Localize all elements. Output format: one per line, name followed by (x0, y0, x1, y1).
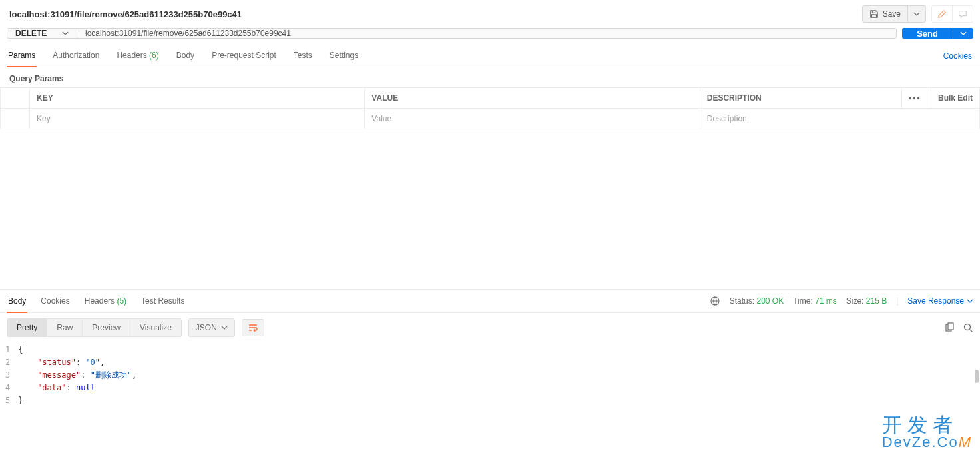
tab-authorization[interactable]: Authorization (51, 45, 101, 67)
send-group: Send (902, 28, 973, 39)
send-dropdown[interactable] (953, 28, 973, 39)
status-value: 200 OK (756, 296, 784, 306)
time-block: Time: 71 ms (793, 296, 837, 306)
format-label: JSON (196, 323, 217, 332)
search-button[interactable] (963, 322, 973, 333)
col-checkbox (1, 88, 30, 109)
code-gutter: 1 2 3 4 5 (5, 344, 18, 407)
res-headers-label: Headers (85, 296, 115, 306)
response-body-code[interactable]: 1 2 3 4 5 { "status": "0", "message": "删… (0, 342, 980, 407)
chevron-down-icon (221, 324, 228, 331)
chevron-down-icon (960, 30, 967, 37)
comment-icon (958, 9, 967, 19)
search-icon (963, 322, 973, 333)
pencil-icon (937, 9, 947, 19)
status-block: Status: 200 OK (730, 296, 784, 306)
size-block: Size: 215 B (846, 296, 887, 306)
url-input[interactable] (77, 29, 896, 38)
extra-actions (931, 5, 973, 23)
table-row (1, 109, 980, 129)
view-visualize[interactable]: Visualize (130, 319, 181, 336)
code-content: { "status": "0", "message": "删除成功", "dat… (18, 344, 136, 407)
copy-button[interactable] (944, 322, 955, 333)
res-tab-testresults[interactable]: Test Results (140, 290, 186, 312)
view-preview[interactable]: Preview (82, 319, 130, 336)
col-more[interactable]: ••• (901, 88, 931, 109)
body-right-icons (944, 322, 973, 333)
tab-tests[interactable]: Tests (292, 45, 314, 67)
request-title: localhost:31091/file/remove/625ad611233d… (7, 9, 242, 19)
size-value: 215 B (866, 296, 887, 306)
wrap-icon (248, 322, 258, 333)
row-checkbox-cell[interactable] (1, 109, 30, 129)
edit-button[interactable] (932, 6, 952, 22)
globe-icon[interactable] (710, 296, 720, 306)
save-dropdown[interactable] (907, 6, 925, 22)
bulk-edit-link[interactable]: Bulk Edit (931, 88, 979, 109)
response-tabs: Body Cookies Headers (5) Test Results (7, 290, 186, 312)
value-input[interactable] (371, 114, 692, 123)
params-table: KEY VALUE DESCRIPTION ••• Bulk Edit (0, 87, 980, 129)
copy-icon (944, 322, 955, 333)
key-input[interactable] (37, 114, 358, 123)
save-icon (869, 9, 879, 19)
method-url-group: DELETE (7, 28, 897, 39)
col-value: VALUE (365, 88, 700, 109)
method-label: DELETE (15, 29, 47, 38)
comment-button[interactable] (952, 6, 973, 22)
header-actions: Save (862, 5, 973, 23)
save-label: Save (883, 9, 901, 19)
col-description: DESCRIPTION (700, 88, 901, 109)
time-value: 71 ms (815, 296, 837, 306)
tab-prerequest[interactable]: Pre-request Script (210, 45, 278, 67)
chevron-down-icon (62, 30, 69, 37)
view-raw[interactable]: Raw (47, 319, 82, 336)
save-button-group: Save (862, 5, 926, 23)
tab-body[interactable]: Body (175, 45, 196, 67)
view-mode-segment: Pretty Raw Preview Visualize (7, 318, 182, 337)
svg-rect-2 (948, 323, 953, 330)
wrap-lines-button[interactable] (242, 319, 264, 336)
request-tabs: Params Authorization Headers (6) Body Pr… (7, 45, 360, 67)
tab-headers-label: Headers (117, 51, 146, 60)
res-tab-headers[interactable]: Headers (5) (83, 290, 128, 312)
save-button[interactable]: Save (863, 6, 907, 22)
query-params-label: Query Params (0, 67, 980, 87)
chevron-down-icon (967, 298, 973, 304)
scrollbar[interactable] (975, 370, 979, 383)
body-view-controls: Pretty Raw Preview Visualize JSON (7, 318, 264, 337)
chevron-down-icon (913, 11, 920, 17)
res-tab-cookies[interactable]: Cookies (39, 290, 71, 312)
description-input[interactable] (707, 114, 973, 123)
tab-params[interactable]: Params (7, 45, 37, 67)
format-select[interactable]: JSON (188, 318, 235, 337)
save-response-link[interactable]: Save Response (907, 296, 973, 306)
watermark: 开发者 DevZe.CoM (882, 415, 972, 450)
res-tab-body[interactable]: Body (7, 290, 27, 312)
col-key: KEY (30, 88, 365, 109)
svg-point-3 (965, 324, 971, 330)
res-headers-count: (5) (117, 296, 126, 306)
tab-headers[interactable]: Headers (6) (115, 45, 160, 67)
send-button[interactable]: Send (902, 28, 953, 39)
tab-settings[interactable]: Settings (328, 45, 360, 67)
view-pretty[interactable]: Pretty (7, 319, 47, 336)
http-method-select[interactable]: DELETE (7, 29, 77, 38)
tab-headers-count: (6) (149, 51, 159, 60)
cookies-link[interactable]: Cookies (943, 51, 973, 61)
response-meta: Status: 200 OK Time: 71 ms Size: 215 B |… (710, 296, 973, 306)
